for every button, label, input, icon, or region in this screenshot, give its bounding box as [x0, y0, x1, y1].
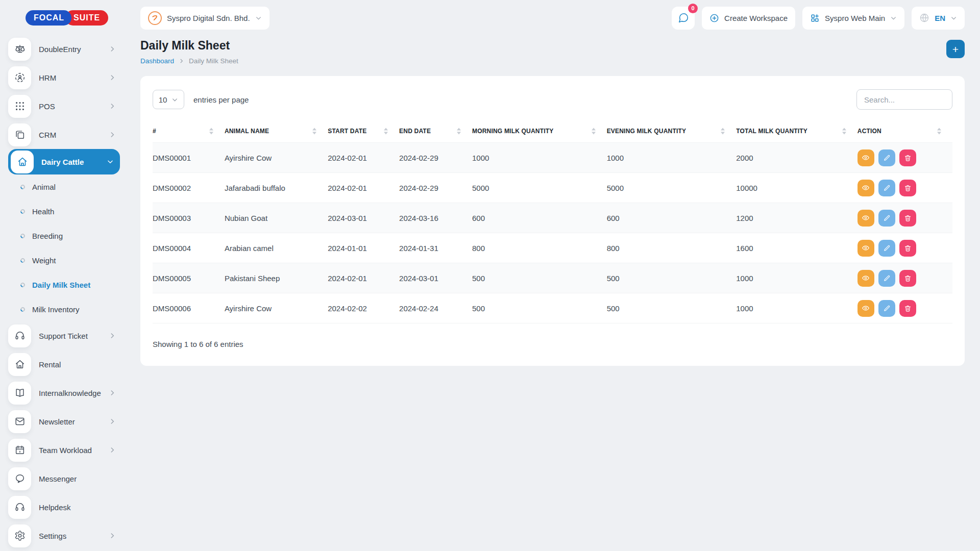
globe-icon: [919, 13, 929, 23]
scale-icon: [8, 38, 31, 61]
cell-actions: [857, 263, 952, 293]
page-header: Daily Milk Sheet Dashboard Daily Milk Sh…: [140, 39, 965, 65]
column-header-start-date[interactable]: START DATE: [328, 120, 399, 143]
add-record-button[interactable]: +: [946, 40, 965, 58]
column-header-end-date[interactable]: END DATE: [399, 120, 472, 143]
edit-button[interactable]: [878, 149, 895, 166]
topbar: Syspro Digital Sdn. Bhd. 0 Create Worksp…: [140, 5, 965, 31]
mail-icon: [8, 410, 31, 433]
sidebar-item-crm[interactable]: CRM: [8, 120, 120, 149]
pencil-icon: [883, 214, 891, 222]
cell-morning: 500: [472, 263, 607, 293]
view-button[interactable]: [857, 180, 874, 196]
sort-icon[interactable]: [721, 128, 725, 135]
sidebar-item-settings[interactable]: Settings: [8, 521, 120, 550]
sort-icon[interactable]: [209, 128, 213, 135]
sidebar-subitem-animal[interactable]: Animal: [8, 174, 120, 199]
cell-evening: 500: [607, 263, 737, 293]
language-selector[interactable]: EN: [912, 7, 965, 30]
cell-animal: Ayirshire Cow: [225, 293, 328, 323]
sidebar-item-pos[interactable]: POS: [8, 92, 120, 120]
milk-sheet-table: # ANIMAL NAME START DATE END DATE MORNIN…: [153, 120, 952, 323]
sidebar-subitem-breeding[interactable]: Breeding: [8, 223, 120, 248]
cell-morning: 5000: [472, 173, 607, 203]
eye-icon: [862, 274, 870, 282]
sort-icon[interactable]: [937, 128, 941, 135]
row-actions: [857, 149, 947, 166]
chevron-right-icon: [179, 58, 184, 64]
cell-animal: Jafarabadi buffalo: [225, 173, 328, 203]
delete-button[interactable]: [899, 149, 916, 166]
sidebar-subitem-weight[interactable]: Weight: [8, 248, 120, 272]
cell-morning: 800: [472, 233, 607, 263]
app-switcher[interactable]: Syspro Web Main: [802, 7, 904, 30]
messages-badge: 0: [688, 4, 698, 13]
search-input[interactable]: [856, 89, 952, 110]
sidebar-subitem-milk-inventory[interactable]: Milk Inventory: [8, 297, 120, 321]
delete-button[interactable]: [899, 210, 916, 227]
delete-button[interactable]: [899, 180, 916, 196]
sort-icon[interactable]: [842, 128, 846, 135]
delete-button[interactable]: [899, 300, 916, 317]
sidebar-item-newsletter[interactable]: Newsletter: [8, 407, 120, 436]
row-actions: [857, 240, 947, 257]
column-header-id[interactable]: #: [153, 120, 225, 143]
sidebar-item-support-ticket[interactable]: Support Ticket: [8, 321, 120, 350]
cell-animal: Arabian camel: [225, 233, 328, 263]
view-button[interactable]: [857, 210, 874, 227]
sidebar-subitem-health[interactable]: Health: [8, 199, 120, 223]
view-button[interactable]: [857, 240, 874, 257]
edit-button[interactable]: [878, 210, 895, 227]
page-size-select[interactable]: 10: [153, 90, 184, 109]
sort-icon[interactable]: [312, 128, 316, 135]
cell-total: 1000: [736, 293, 857, 323]
sidebar-item-team-workload[interactable]: Team Workload: [8, 436, 120, 464]
sort-icon[interactable]: [457, 128, 461, 135]
sidebar-subitem-label: Breeding: [32, 232, 63, 240]
cell-total: 1200: [736, 203, 857, 233]
sidebar-item-internalknowledge[interactable]: Internalknowledge: [8, 379, 120, 407]
main-area: Syspro Digital Sdn. Bhd. 0 Create Worksp…: [125, 0, 980, 551]
cell-id: DMS00001: [153, 143, 225, 173]
workspace-name: Syspro Digital Sdn. Bhd.: [167, 14, 250, 22]
sidebar-item-messenger[interactable]: Messenger: [8, 464, 120, 493]
view-button[interactable]: [857, 149, 874, 166]
edit-button[interactable]: [878, 240, 895, 257]
sidebar-item-rental[interactable]: Rental: [8, 350, 120, 379]
edit-button[interactable]: [878, 270, 895, 287]
edit-button[interactable]: [878, 300, 895, 317]
sidebar: FOCAL SUITE DoubleEntry HRM: [0, 0, 125, 551]
trash-icon: [904, 184, 912, 192]
sort-icon[interactable]: [384, 128, 388, 135]
sidebar-item-helpdesk[interactable]: Helpdesk: [8, 493, 120, 521]
app-logo[interactable]: FOCAL SUITE: [26, 10, 108, 26]
bullet-icon: [19, 233, 26, 239]
edit-button[interactable]: [878, 180, 895, 196]
bullet-icon: [19, 282, 26, 288]
view-button[interactable]: [857, 270, 874, 287]
cell-id: DMS00005: [153, 263, 225, 293]
sort-icon[interactable]: [592, 128, 596, 135]
table-row: DMS00005Pakistani Sheep2024-02-012024-03…: [153, 263, 952, 293]
sidebar-item-hrm[interactable]: HRM: [8, 63, 120, 92]
column-header-animal-name[interactable]: ANIMAL NAME: [225, 120, 328, 143]
column-header-total-milk[interactable]: TOTAL MILK QUANTITY: [736, 120, 857, 143]
sidebar-item-doubleentry[interactable]: DoubleEntry: [8, 35, 120, 63]
sidebar-item-dairy-cattle[interactable]: Dairy Cattle: [8, 149, 120, 174]
cell-morning: 600: [472, 203, 607, 233]
cell-animal: Nubian Goat: [225, 203, 328, 233]
cell-animal: Ayirshire Cow: [225, 143, 328, 173]
column-header-morning-milk[interactable]: MORNING MILK QUANTITY: [472, 120, 607, 143]
logo-focal: FOCAL: [26, 10, 71, 26]
messages-button[interactable]: 0: [672, 7, 695, 30]
column-header-evening-milk[interactable]: EVENING MILK QUANTITY: [607, 120, 737, 143]
create-workspace-button[interactable]: Create Workspace: [702, 7, 795, 30]
column-header-action[interactable]: ACTION: [857, 120, 952, 143]
delete-button[interactable]: [899, 270, 916, 287]
breadcrumb-dashboard-link[interactable]: Dashboard: [140, 57, 174, 65]
delete-button[interactable]: [899, 240, 916, 257]
eye-icon: [862, 214, 870, 222]
sidebar-subitem-daily-milk-sheet[interactable]: Daily Milk Sheet: [8, 272, 120, 297]
view-button[interactable]: [857, 300, 874, 317]
workspace-selector[interactable]: Syspro Digital Sdn. Bhd.: [140, 7, 270, 30]
